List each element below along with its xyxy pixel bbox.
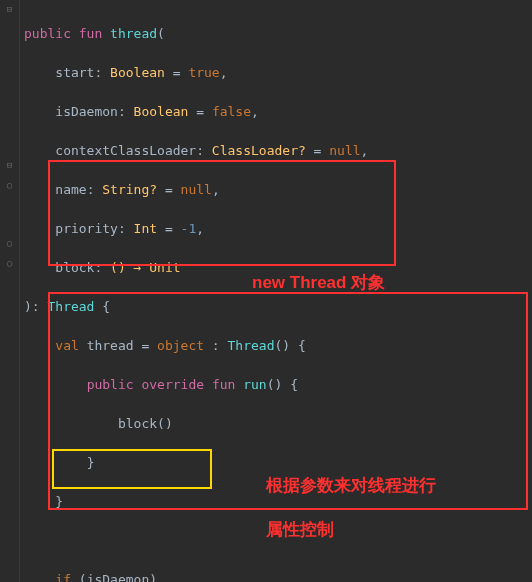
- fold-icon[interactable]: ⊟: [4, 160, 16, 172]
- gutter: ⊟ ⊟ ○ ○ ○: [0, 0, 20, 582]
- call: block: [118, 416, 157, 431]
- param: priority: [55, 221, 118, 236]
- fold-icon[interactable]: ○: [4, 238, 16, 250]
- kw-object: object: [157, 338, 204, 353]
- ident: thread: [87, 338, 134, 353]
- cond: isDaemon: [87, 572, 150, 583]
- hint-icon[interactable]: ○: [4, 180, 16, 192]
- fn-run: run: [243, 377, 266, 392]
- gutter-marker: [4, 24, 16, 36]
- param: isDaemon: [55, 104, 118, 119]
- code-area[interactable]: public fun thread( start: Boolean = true…: [20, 0, 532, 582]
- param: contextClassLoader: [55, 143, 196, 158]
- paren: (: [157, 26, 165, 41]
- kw-fun: fun: [79, 26, 102, 41]
- num: -1: [181, 221, 197, 236]
- return-type: Thread: [47, 299, 94, 314]
- fold-icon[interactable]: ⊟: [4, 4, 16, 16]
- type: Thread: [228, 338, 275, 353]
- kw-if: if: [55, 572, 71, 583]
- highlight-box-1: [48, 160, 396, 266]
- fold-icon[interactable]: ○: [4, 258, 16, 270]
- bool: false: [212, 104, 251, 119]
- type: String?: [102, 182, 157, 197]
- param: block: [55, 260, 94, 275]
- kw-public: public: [24, 26, 71, 41]
- fn-name: thread: [110, 26, 157, 41]
- null: null: [329, 143, 360, 158]
- kw-public: public: [87, 377, 134, 392]
- type: () → Unit: [110, 260, 180, 275]
- type: Int: [134, 221, 157, 236]
- kw-val: val: [55, 338, 78, 353]
- type: Boolean: [110, 65, 165, 80]
- type: Boolean: [134, 104, 189, 119]
- type: ClassLoader?: [212, 143, 306, 158]
- param: start: [55, 65, 94, 80]
- param: name: [55, 182, 86, 197]
- kw-fun: fun: [212, 377, 235, 392]
- code-editor: ⊟ ⊟ ○ ○ ○ public fun thread( start: Bool…: [0, 0, 532, 582]
- bool: true: [188, 65, 219, 80]
- highlight-box-2: [48, 292, 528, 510]
- null: null: [181, 182, 212, 197]
- kw-override: override: [141, 377, 204, 392]
